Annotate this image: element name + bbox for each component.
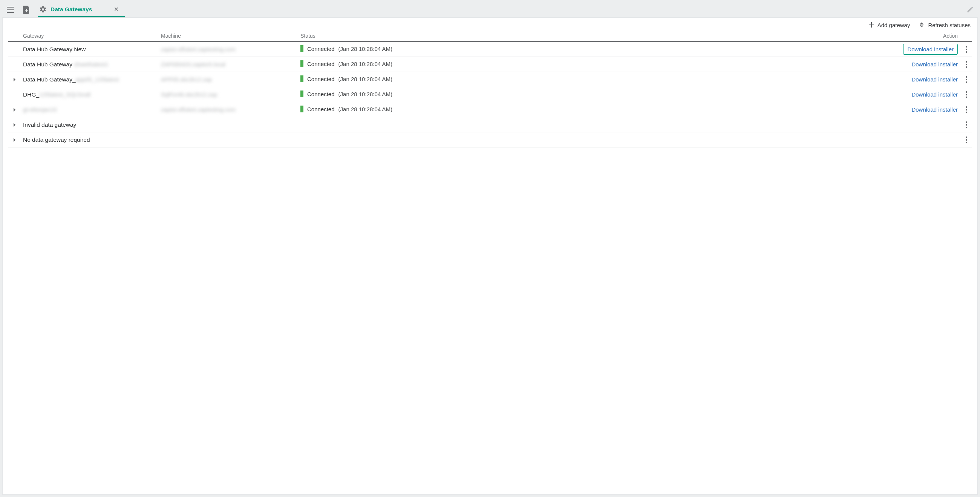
pencil-icon[interactable] xyxy=(965,4,975,16)
action-cell: Download installer xyxy=(885,76,961,83)
machine-name: SqlFor46.sbc2k12.zap xyxy=(161,91,217,98)
gateway-name-suffix: app05_125latest xyxy=(76,76,119,83)
svg-point-18 xyxy=(966,137,967,138)
status-indicator-icon xyxy=(301,105,304,112)
status-indicator-icon xyxy=(301,75,304,82)
status-label: Connected xyxy=(307,91,335,97)
svg-point-14 xyxy=(966,112,967,113)
status-indicator-icon xyxy=(301,45,304,52)
svg-point-3 xyxy=(966,61,967,62)
svg-point-11 xyxy=(966,97,967,98)
row-menu-icon[interactable] xyxy=(961,91,972,98)
svg-point-13 xyxy=(966,109,967,110)
machine-name: ZAP000420.zaptech.local xyxy=(161,61,225,67)
gateway-name: No data gateway required xyxy=(23,137,90,143)
col-header-action: Action xyxy=(885,33,961,39)
svg-point-19 xyxy=(966,139,967,141)
topbar: Data Gateways ✕ xyxy=(2,2,978,18)
machine-cell: ZAP000420.zaptech.local xyxy=(161,61,301,67)
add-gateway-label: Add gateway xyxy=(878,22,910,28)
row-menu-icon[interactable] xyxy=(961,46,972,53)
col-header-status: Status xyxy=(301,33,885,39)
status-cell: Connected (Jan 28 10:28:04 AM) xyxy=(301,105,885,113)
svg-point-1 xyxy=(966,49,967,50)
row-menu-icon[interactable] xyxy=(961,76,972,83)
status-timestamp: (Jan 28 10:28:04 AM) xyxy=(339,76,392,82)
svg-point-20 xyxy=(966,142,967,143)
status-timestamp: (Jan 28 10:28:04 AM) xyxy=(339,91,392,97)
download-installer-link[interactable]: Download installer xyxy=(912,106,958,113)
expand-toggle[interactable] xyxy=(8,138,21,142)
status-cell: Connected (Jan 28 10:28:04 AM) xyxy=(301,45,885,53)
machine-cell: SqlFor46.sbc2k12.zap xyxy=(161,91,301,98)
gateway-name-cell: Invalid data gateway xyxy=(21,121,161,128)
machine-name: zaptst-offsite4.zaptesting.com xyxy=(161,46,235,53)
status-timestamp: (Jan 28 10:28:04 AM) xyxy=(339,106,392,112)
gateway-name-cell: Data Hub Gateway New xyxy=(21,46,161,53)
expand-toggle[interactable] xyxy=(8,123,21,127)
svg-point-10 xyxy=(966,94,967,96)
close-icon[interactable]: ✕ xyxy=(111,5,121,14)
machine-cell: APP05.sbc2k12.zap xyxy=(161,76,301,83)
gateways-table: Gateway Machine Status Action Data Hub G… xyxy=(3,30,977,147)
row-menu-icon[interactable] xyxy=(961,137,972,143)
download-installer-link[interactable]: Download installer xyxy=(912,76,958,83)
table-row: Data Hub Gateway shwethatest1ZAP000420.z… xyxy=(8,57,972,72)
row-menu-icon[interactable] xyxy=(961,106,972,113)
status-label: Connected xyxy=(307,106,335,112)
download-installer-link[interactable]: Download installer xyxy=(912,91,958,98)
status-timestamp: (Jan 28 10:28:04 AM) xyxy=(339,61,392,67)
svg-point-12 xyxy=(966,106,967,108)
table-row: Data Hub Gateway Newzaptst-offsite4.zapt… xyxy=(8,42,972,57)
panel-actions: Add gateway Refresh statuses xyxy=(3,18,977,30)
action-cell: Download installer xyxy=(885,46,961,53)
col-header-machine: Machine xyxy=(161,33,301,39)
gateway-name: Data Hub Gateway New xyxy=(23,46,86,53)
table-row: No data gateway required xyxy=(8,132,972,147)
expand-toggle[interactable] xyxy=(8,107,21,112)
status-label: Connected xyxy=(307,46,335,52)
svg-point-5 xyxy=(966,66,967,68)
expand-toggle[interactable] xyxy=(8,77,21,82)
gateway-name: Data Hub Gateway_ xyxy=(23,76,76,83)
new-file-icon[interactable] xyxy=(21,4,32,16)
app-root: Data Gateways ✕ Add gateway Refresh stat… xyxy=(0,0,980,497)
tab-data-gateways[interactable]: Data Gateways ✕ xyxy=(38,2,125,18)
action-cell: Download installer xyxy=(885,61,961,67)
col-header-gateway: Gateway xyxy=(21,33,161,39)
status-indicator-icon xyxy=(301,91,304,97)
svg-point-6 xyxy=(966,76,967,78)
download-installer-link[interactable]: Download installer xyxy=(912,61,958,67)
plus-icon xyxy=(869,22,875,28)
hamburger-menu-icon[interactable] xyxy=(5,4,17,16)
svg-point-0 xyxy=(966,46,967,48)
gateway-name-suffix: shwethatest1 xyxy=(74,61,108,67)
gateway-name: Data Hub Gateway xyxy=(23,61,74,67)
refresh-statuses-button[interactable]: Refresh statuses xyxy=(918,21,970,28)
gateway-name-cell: DHG_125latest_SQLforall xyxy=(21,91,161,98)
gateway-name-cell: Data Hub Gateway shwethatest1 xyxy=(21,61,161,68)
svg-point-17 xyxy=(966,127,967,128)
main-panel: Add gateway Refresh statuses Gateway Mac… xyxy=(2,18,978,495)
row-menu-icon[interactable] xyxy=(961,61,972,68)
refresh-icon xyxy=(918,21,925,28)
machine-cell: zaptst-offsite4.zaptesting.com xyxy=(161,46,301,53)
svg-point-2 xyxy=(966,51,967,53)
action-cell: Download installer xyxy=(885,106,961,113)
gateway-name-suffix: gt-eltonjan15 xyxy=(23,106,57,113)
table-header: Gateway Machine Status Action xyxy=(8,30,972,42)
gateway-name-cell: gt-eltonjan15 xyxy=(21,106,161,113)
svg-point-9 xyxy=(966,91,967,93)
machine-cell: zaptst-offsite4.zaptesting.com xyxy=(161,106,301,113)
svg-point-4 xyxy=(966,64,967,65)
status-label: Connected xyxy=(307,76,335,82)
gateway-name-suffix: 125latest_SQLforall xyxy=(39,91,91,98)
status-cell: Connected (Jan 28 10:28:04 AM) xyxy=(301,91,885,99)
row-menu-icon[interactable] xyxy=(961,121,972,128)
download-installer-link[interactable]: Download installer xyxy=(903,44,958,55)
svg-point-7 xyxy=(966,79,967,80)
table-row: gt-eltonjan15zaptst-offsite4.zaptesting.… xyxy=(8,102,972,117)
gateway-name-cell: Data Hub Gateway_app05_125latest xyxy=(21,76,161,83)
status-cell: Connected (Jan 28 10:28:04 AM) xyxy=(301,75,885,83)
add-gateway-button[interactable]: Add gateway xyxy=(869,22,910,28)
